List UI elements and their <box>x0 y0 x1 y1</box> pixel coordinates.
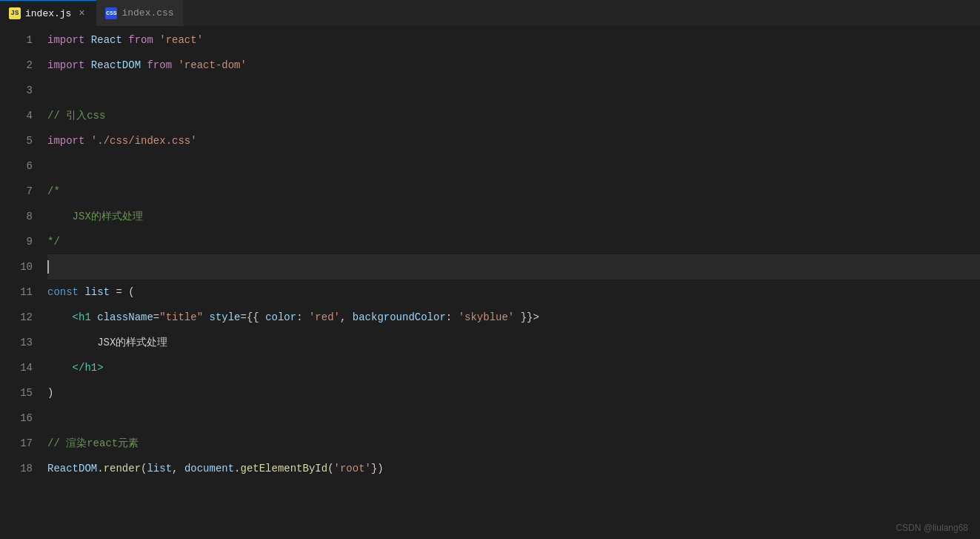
line-number-11: 11 <box>0 280 33 305</box>
token: import <box>47 128 84 153</box>
token: 'root' <box>334 456 371 481</box>
token: 'react' <box>159 27 203 53</box>
tab-bar: JS index.js × CSS index.css <box>0 0 980 26</box>
code-line-7: /* <box>47 179 980 204</box>
token: from <box>128 27 153 53</box>
editor-container: JS index.js × CSS index.css 123456789101… <box>0 0 980 539</box>
line-number-13: 13 <box>0 330 33 355</box>
token <box>47 305 73 330</box>
token: React <box>91 27 122 53</box>
token <box>259 305 265 330</box>
token <box>84 53 90 78</box>
tab-label-css: index.css <box>121 7 173 19</box>
code-area: 123456789101112131415161718 import React… <box>0 26 980 539</box>
line-number-14: 14 <box>0 355 33 380</box>
token <box>203 305 209 330</box>
token: document <box>184 456 234 481</box>
line-number-4: 4 <box>0 103 33 128</box>
text-cursor <box>47 260 49 274</box>
token: ) <box>47 380 53 406</box>
token: ( <box>327 456 333 481</box>
token: render <box>104 456 141 481</box>
token: ReactDOM <box>47 456 97 481</box>
token: JSX的样式处理 <box>47 204 143 229</box>
token: const <box>47 280 79 305</box>
token: './css/index.css' <box>91 128 197 153</box>
line-number-7: 7 <box>0 179 33 204</box>
token: "title" <box>159 305 203 330</box>
tab-index-css[interactable]: CSS index.css <box>96 0 182 26</box>
token: /* <box>47 179 60 204</box>
line-number-6: 6 <box>0 153 33 179</box>
token: ReactDOM <box>91 53 141 78</box>
token: ( <box>141 456 147 481</box>
token <box>84 27 90 53</box>
token: JSX的样式处理 <box>47 330 167 355</box>
token: import <box>47 27 84 53</box>
token: . <box>234 456 240 481</box>
code-line-16 <box>47 406 980 431</box>
token: // 渲染react元素 <box>47 431 139 456</box>
token: = ( <box>110 280 135 305</box>
token: import <box>47 53 84 78</box>
token: <h1 <box>73 305 91 330</box>
code-line-17: // 渲染react元素 <box>47 431 980 456</box>
code-line-9: */ <box>47 229 980 254</box>
line-number-1: 1 <box>0 27 33 53</box>
token: 'react-dom' <box>178 53 246 78</box>
code-line-6 <box>47 153 980 179</box>
token: getElementById <box>241 456 328 481</box>
code-line-10 <box>47 254 980 280</box>
code-content[interactable]: import React from 'react'import ReactDOM… <box>44 26 980 539</box>
line-number-9: 9 <box>0 229 33 254</box>
code-line-14: </h1> <box>47 355 980 380</box>
token <box>79 280 84 305</box>
line-number-15: 15 <box>0 380 33 406</box>
token: , <box>172 456 184 481</box>
token: className <box>97 305 153 330</box>
line-number-2: 2 <box>0 53 33 78</box>
token <box>122 27 128 53</box>
token: </h1> <box>73 355 104 380</box>
token: }) <box>371 456 384 481</box>
line-number-17: 17 <box>0 431 33 456</box>
line-number-10: 10 <box>0 254 33 280</box>
line-number-18: 18 <box>0 456 33 481</box>
watermark: CSDN @liulang68 <box>896 523 968 533</box>
code-line-15: ) <box>47 380 980 406</box>
code-line-13: JSX的样式处理 <box>47 330 980 355</box>
token: list <box>147 456 172 481</box>
code-line-3 <box>47 78 980 103</box>
tab-label-js: index.js <box>25 8 71 19</box>
token: = <box>153 305 159 330</box>
code-line-2: import ReactDOM from 'react-dom' <box>47 53 980 78</box>
line-numbers: 123456789101112131415161718 <box>0 26 44 539</box>
token <box>91 305 97 330</box>
token: style <box>209 305 240 330</box>
tab-index-js[interactable]: JS index.js × <box>0 0 96 26</box>
line-number-12: 12 <box>0 305 33 330</box>
token <box>141 53 147 78</box>
token: }}> <box>514 305 539 330</box>
token: : <box>446 305 459 330</box>
code-line-18: ReactDOM.render(list, document.getElemen… <box>47 456 980 481</box>
token <box>153 27 159 53</box>
token: // 引入css <box>47 103 105 128</box>
token <box>84 128 90 153</box>
token <box>172 53 178 78</box>
token: from <box>147 53 172 78</box>
token: , <box>340 305 353 330</box>
line-number-8: 8 <box>0 204 33 229</box>
token: 'skyblue' <box>459 305 515 330</box>
code-line-8: JSX的样式处理 <box>47 204 980 229</box>
js-icon: JS <box>9 7 21 19</box>
css-icon: CSS <box>105 7 117 19</box>
code-line-1: import React from 'react' <box>47 27 980 53</box>
code-line-5: import './css/index.css' <box>47 128 980 153</box>
token: backgroundColor <box>353 305 446 330</box>
code-line-12: <h1 className="title" style={{ color: 'r… <box>47 305 980 330</box>
tab-close-js[interactable]: × <box>76 7 87 19</box>
line-number-5: 5 <box>0 128 33 153</box>
line-number-3: 3 <box>0 78 33 103</box>
code-line-4: // 引入css <box>47 103 980 128</box>
